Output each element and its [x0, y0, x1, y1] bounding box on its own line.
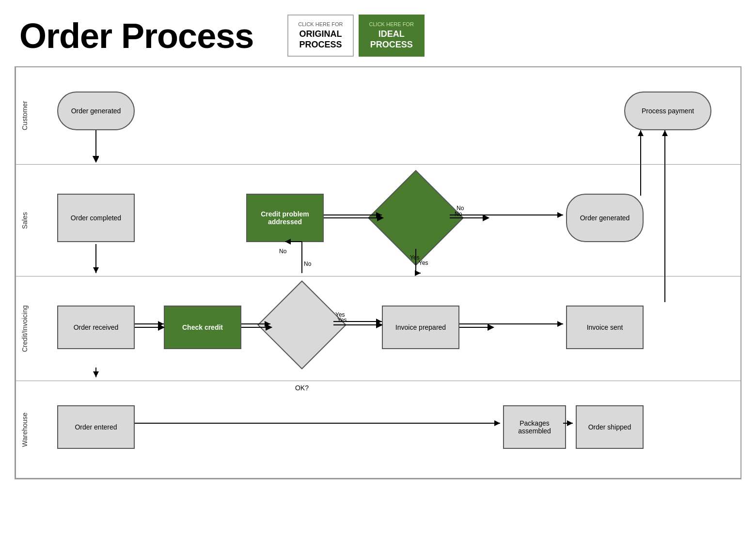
customer-label: Customer — [16, 67, 33, 164]
warehouse-content: Order entered Packages assembled Order s… — [33, 381, 740, 478]
credit-problem-addressed: Credit problem addressed — [246, 194, 324, 242]
check-credit: Check credit — [164, 306, 241, 349]
ok-diamond-credit: OK? — [270, 293, 333, 356]
ok-diamond-sales: OK? — [382, 184, 450, 252]
ideal-process-button[interactable]: CLICK HERE FOR IDEAL PROCESS — [359, 15, 425, 57]
order-completed: Order completed — [57, 194, 135, 242]
credit-label: Credit/Invoicing — [16, 276, 33, 381]
button-group: CLICK HERE FOR ORIGINAL PROCESS CLICK HE… — [287, 15, 425, 57]
customer-lane: Customer Order generated Process payment — [16, 67, 740, 165]
sales-content: Order completed Credit problem addressed… — [33, 165, 740, 276]
process-payment: Process payment — [624, 92, 711, 130]
order-entered: Order entered — [57, 405, 135, 449]
original-process-button[interactable]: CLICK HERE FOR ORIGINAL PROCESS — [287, 15, 353, 57]
no-label-sales: No — [455, 211, 462, 217]
sales-lane: Sales Order completed Credit problem add… — [16, 165, 740, 276]
header: Order Process CLICK HERE FOR ORIGINAL PR… — [0, 0, 756, 66]
order-generated-top: Order generated — [57, 92, 135, 130]
warehouse-label: Warehouse — [16, 381, 33, 478]
invoice-prepared: Invoice prepared — [382, 306, 459, 349]
original-click-text: CLICK HERE FOR — [298, 21, 343, 27]
no-label-credit-up: No — [279, 248, 286, 255]
original-label: ORIGINAL PROCESS — [298, 29, 343, 50]
sales-label: Sales — [16, 165, 33, 276]
diagram: Customer Order generated Process payment — [15, 66, 741, 479]
invoice-sent: Invoice sent — [566, 306, 644, 349]
order-generated-sales: Order generated — [566, 194, 644, 242]
yes-label-sales: Yes — [410, 254, 420, 261]
page-title: Order Process — [19, 16, 253, 56]
order-shipped: Order shipped — [576, 405, 644, 449]
warehouse-lane: Warehouse Order entered Packages assembl… — [16, 381, 740, 478]
customer-content: Order generated Process payment — [33, 67, 740, 164]
ideal-label: IDEAL PROCESS — [369, 29, 414, 50]
packages-assembled: Packages assembled — [503, 405, 566, 449]
yes-label-credit: Yes — [337, 317, 347, 323]
ideal-click-text: CLICK HERE FOR — [369, 21, 414, 27]
credit-lane: Credit/Invoicing Order received Check cr… — [16, 276, 740, 381]
order-received: Order received — [57, 306, 135, 349]
credit-content: Order received Check credit OK? Invoice … — [33, 276, 740, 381]
